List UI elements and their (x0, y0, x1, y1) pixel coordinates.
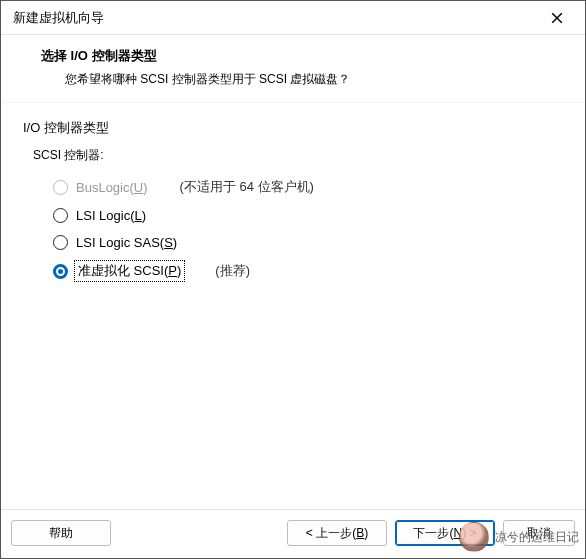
radio-icon (53, 235, 68, 250)
option-buslogic-label: BusLogic(U) (76, 180, 148, 195)
wizard-header-title: 选择 I/O 控制器类型 (41, 47, 573, 65)
option-buslogic: BusLogic(U) (不适用于 64 位客户机) (53, 178, 563, 196)
scsi-controller-label: SCSI 控制器: (33, 147, 563, 164)
radio-icon (53, 264, 68, 279)
option-paravirtual-hint: (推荐) (215, 262, 250, 280)
titlebar: 新建虚拟机向导 (1, 1, 585, 35)
close-button[interactable] (537, 4, 577, 32)
wizard-window: 新建虚拟机向导 选择 I/O 控制器类型 您希望将哪种 SCSI 控制器类型用于… (0, 0, 586, 559)
option-paravirtual[interactable]: 准虚拟化 SCSI(P) (推荐) (53, 262, 563, 280)
close-icon (551, 12, 563, 24)
option-paravirtual-label: 准虚拟化 SCSI(P) (76, 262, 183, 280)
option-lsisas[interactable]: LSI Logic SAS(S) (53, 235, 563, 250)
section-label: I/O 控制器类型 (23, 119, 563, 137)
wizard-content: I/O 控制器类型 SCSI 控制器: BusLogic(U) (不适用于 64… (1, 103, 585, 509)
radio-icon (53, 180, 68, 195)
next-button[interactable]: 下一步(N) > (395, 520, 495, 546)
back-button[interactable]: < 上一步(B) (287, 520, 387, 546)
option-buslogic-hint: (不适用于 64 位客户机) (180, 178, 314, 196)
wizard-footer: 帮助 < 上一步(B) 下一步(N) > 取消 (1, 509, 585, 558)
cancel-button[interactable]: 取消 (503, 520, 575, 546)
radio-icon (53, 208, 68, 223)
option-lsilogic-label: LSI Logic(L) (76, 208, 146, 223)
window-title: 新建虚拟机向导 (13, 9, 104, 27)
help-button[interactable]: 帮助 (11, 520, 111, 546)
option-lsisas-label: LSI Logic SAS(S) (76, 235, 177, 250)
option-lsilogic[interactable]: LSI Logic(L) (53, 208, 563, 223)
wizard-header-subtitle: 您希望将哪种 SCSI 控制器类型用于 SCSI 虚拟磁盘？ (41, 71, 573, 88)
wizard-header: 选择 I/O 控制器类型 您希望将哪种 SCSI 控制器类型用于 SCSI 虚拟… (1, 35, 585, 103)
